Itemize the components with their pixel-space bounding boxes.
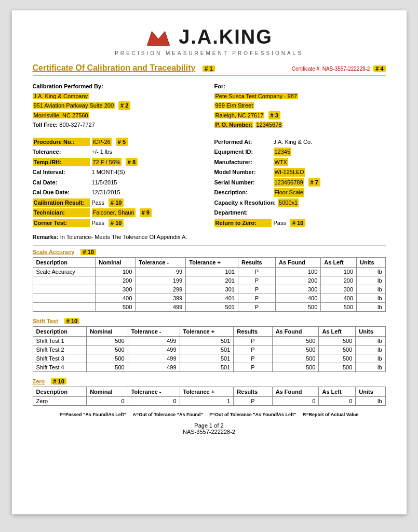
cert-badge1: # 1 [203, 65, 214, 72]
table-cell: P [234, 354, 272, 363]
table-cell: 500 [276, 303, 321, 312]
table-cell: P [234, 337, 272, 345]
table-cell: 399 [136, 294, 186, 303]
table-cell: lb [357, 303, 385, 312]
scale-accuracy-header-row: Description Nominal Tolerance - Toleranc… [33, 258, 385, 268]
corner-test-row: Corner Test: Pass # 10 [33, 219, 204, 228]
table-cell: 300 [276, 285, 321, 294]
table-cell: 300 [96, 285, 136, 294]
table-row: Scale Accuracy10099101P100100lb [33, 268, 385, 276]
table-cell: 501 [180, 345, 234, 354]
model-row: Model Number: WI-125LED [214, 168, 386, 177]
divider1 [33, 245, 386, 246]
procedure-row: Procedure No.: ICP-26 # 5 [33, 138, 204, 147]
table-cell: 501 [180, 354, 234, 363]
scale-accuracy-heading: Scale Accuracy # 10 [33, 249, 386, 255]
col-results: Results [234, 387, 272, 397]
table-cell: 499 [128, 354, 180, 363]
badge10b: # 10 [109, 219, 124, 228]
table-cell: 499 [128, 345, 180, 354]
table-cell: 500 [319, 363, 356, 372]
page-number: Page 1 of 2 [33, 422, 386, 429]
table-cell: 500 [321, 303, 357, 312]
cert-title: Certificate Of Calibration and Traceabil… [33, 63, 196, 73]
remarks: Remarks: In Tolerance- Meets The Toleran… [33, 234, 386, 240]
table-row: Shift Test 2500499501P500500lb [33, 345, 385, 354]
col-tol-minus: Tolerance - [128, 387, 180, 397]
table-cell: 100 [96, 268, 136, 276]
table-cell: 401 [186, 294, 238, 303]
table-cell: 500 [87, 345, 128, 354]
footer-legend: P=Passed "As Found/As Left" A=Out of Tol… [33, 412, 386, 417]
crown-icon [145, 27, 171, 48]
table-cell: P [238, 276, 275, 285]
table-cell: lb [356, 363, 385, 372]
scale-accuracy-table: Description Nominal Tolerance - Toleranc… [33, 257, 386, 312]
temp-row: Temp./RH: 72 F / 56% # 8 [33, 158, 204, 167]
table-cell: 0 [128, 397, 180, 406]
toll-free-row: Toll Free: 800-327-7727 [33, 121, 204, 129]
cert-number: NAS-3557-222228-2 [322, 66, 370, 72]
zero-table: Description Nominal Tolerance - Toleranc… [33, 387, 386, 406]
badge9: # 9 [140, 208, 152, 217]
cert-title-row: Certificate Of Calibration and Traceabil… [33, 63, 386, 76]
certificate-page: J.A.KING PRECISION MEASUREMENT PROFESSIO… [12, 10, 407, 514]
zero-header-row: Description Nominal Tolerance - Toleranc… [33, 387, 385, 397]
table-cell: 500 [87, 354, 128, 363]
col-description: Description [33, 387, 87, 397]
table-cell [33, 276, 96, 285]
badge2: # 2 [118, 101, 130, 110]
table-row: Shift Test 3500499501P500500lb [33, 354, 385, 363]
table-cell: 500 [272, 363, 319, 372]
table-cell: Scale Accuracy [33, 268, 96, 276]
col-units: Units [356, 387, 385, 397]
performed-at-row: Performed At: J.A. King & Co. [214, 138, 386, 147]
left-details-col: Procedure No.: ICP-26 # 5 Tolerance: +/-… [33, 138, 204, 229]
cert-label: Certificate #: [292, 66, 321, 72]
table-cell: 500 [96, 303, 136, 312]
shift-test-table: Description Nominal Tolerance - Toleranc… [33, 326, 386, 372]
left-address1: 951 Aviation Parkway Suite 200 # 2 [33, 101, 204, 110]
col-description: Description [33, 258, 96, 268]
table-cell: Shift Test 3 [33, 354, 87, 363]
table-cell: 500 [272, 337, 319, 345]
col-nominal: Nominal [87, 387, 128, 397]
table-cell: P [234, 397, 272, 406]
table-cell: 200 [321, 276, 357, 285]
tagline: PRECISION MEASUREMENT PROFESSIONALS [33, 50, 386, 56]
shift-test-header-row: Description Nominal Tolerance - Toleranc… [33, 327, 385, 337]
cal-interval-row: Cal Interval: 1 MONTH(S) [33, 168, 204, 177]
shift-test-heading: Shift Test # 10 [33, 318, 386, 324]
table-cell: lb [356, 345, 385, 354]
table-cell: 299 [136, 285, 186, 294]
col-as-left: As Left [321, 258, 357, 268]
cal-result-row: Calibration Result: Pass # 10 [33, 198, 204, 207]
cal-date-row: Cal Date: 11/5/2015 [33, 178, 204, 187]
scale-accuracy-badge: # 10 [80, 249, 96, 255]
for-label: For: [214, 82, 386, 91]
right-address1: 999 Elm Street [214, 101, 386, 110]
table-cell: 200 [276, 276, 321, 285]
footer-cert-number: NAS-3557-222228-2 [33, 429, 386, 435]
right-company: Pete Susca Test Company - 987 [214, 92, 386, 101]
left-company: J.A. King & Company [33, 92, 204, 101]
table-cell: 101 [186, 268, 238, 276]
logo-container: J.A.KING [33, 26, 386, 48]
table-cell: 200 [96, 276, 136, 285]
tolerance-row: Tolerance: +/- 1 lbs [33, 148, 204, 156]
table-cell: Zero [33, 397, 87, 406]
col-description: Description [33, 327, 87, 337]
table-cell: lb [356, 337, 385, 345]
right-info-col: For: Pete Susca Test Company - 987 999 E… [214, 82, 386, 130]
cal-due-row: Cal Due Date: 12/31/2015 [33, 188, 204, 197]
table-cell: 100 [276, 268, 321, 276]
table-cell: 300 [321, 285, 357, 294]
table-cell: 499 [128, 337, 180, 345]
col-results: Results [238, 258, 275, 268]
table-cell: 500 [319, 345, 356, 354]
capacity-row: Capacity x Resolution: 5000x1 [214, 198, 386, 207]
details-section: Procedure No.: ICP-26 # 5 Tolerance: +/-… [33, 138, 386, 229]
col-results: Results [234, 327, 272, 337]
col-tol-plus: Tolerance + [186, 258, 238, 268]
return-zero-row: Return to Zero: Pass # 10 [214, 219, 386, 228]
